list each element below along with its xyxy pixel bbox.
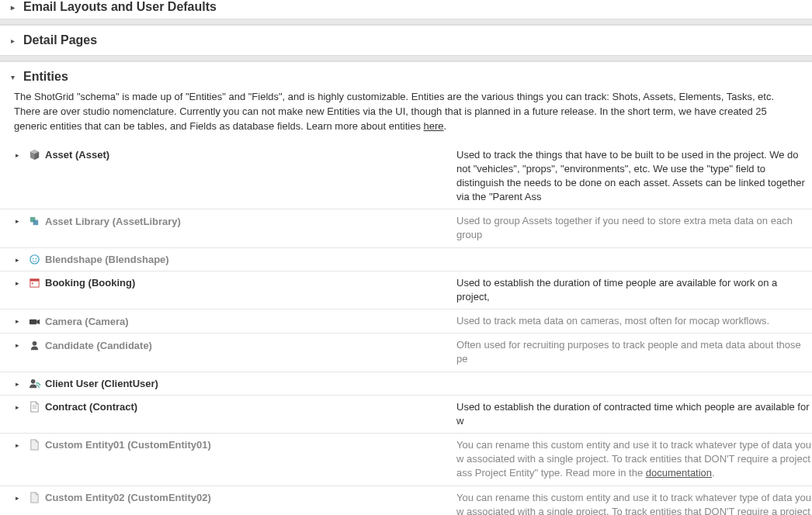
entity-name: Contract (Contract) xyxy=(45,401,137,413)
section-title: Email Layouts and User Defaults xyxy=(23,0,217,14)
entity-row-custom-entity-01[interactable]: ▸ Custom Entity01 (CustomEntity01) You c… xyxy=(0,434,812,486)
section-divider xyxy=(0,55,812,61)
svg-point-4 xyxy=(35,258,36,260)
entity-row-asset[interactable]: ▸ Asset (Asset) Used to track the things… xyxy=(0,143,812,210)
entity-name: Candidate (Candidate) xyxy=(45,340,152,351)
svg-point-9 xyxy=(32,341,36,346)
entity-row-blendshape[interactable]: ▸ Blendshape (Blendshape) xyxy=(0,248,812,271)
expand-icon: ▸ xyxy=(16,494,23,502)
entity-name: Asset (Asset) xyxy=(45,149,109,161)
document-gray-icon xyxy=(28,439,40,451)
entity-row-asset-library[interactable]: ▸ Asset Library (AssetLibrary) Used to g… xyxy=(0,209,812,247)
stack-icon xyxy=(28,215,40,227)
expand-icon: ▸ xyxy=(16,441,23,449)
entity-description: Often used for recruiting purposes to tr… xyxy=(456,338,812,366)
desc-text: You can rename this custom entity and us… xyxy=(456,439,811,479)
entity-description: Used to establish the duration of contra… xyxy=(456,400,812,428)
expand-icon: ▸ xyxy=(16,317,23,325)
person-icon xyxy=(28,339,40,351)
calendar-icon xyxy=(28,277,40,289)
entity-description: Used to track meta data on cameras, most… xyxy=(456,314,812,328)
learn-more-link[interactable]: here xyxy=(424,120,444,132)
face-icon xyxy=(28,254,40,266)
entity-name: Custom Entity01 (CustomEntity01) xyxy=(45,439,211,451)
entity-description: Used to group Assets together if you nee… xyxy=(456,214,812,242)
svg-point-3 xyxy=(32,258,33,260)
expand-icon: ▸ xyxy=(16,380,23,388)
svg-rect-1 xyxy=(33,219,38,225)
section-entities: ▾ Entities The ShotGrid "schema" is made… xyxy=(0,61,812,515)
section-divider xyxy=(0,19,812,25)
entity-description: Used to track the things that have to be… xyxy=(456,148,812,205)
entity-name: Blendshape (Blendshape) xyxy=(45,254,169,265)
entity-name: Asset Library (AssetLibrary) xyxy=(45,216,181,227)
section-header-email-layouts[interactable]: ▸ Email Layouts and User Defaults xyxy=(0,0,812,19)
section-title: Detail Pages xyxy=(23,33,97,47)
svg-point-10 xyxy=(30,379,35,384)
entity-name: Custom Entity02 (CustomEntity02) xyxy=(45,492,211,503)
svg-rect-7 xyxy=(31,283,33,285)
entity-row-booking[interactable]: ▸ Booking (Booking) Used to establish th… xyxy=(0,271,812,309)
expand-collapse-icon: ▸ xyxy=(11,36,19,45)
expand-icon: ▸ xyxy=(16,151,23,159)
section-header-detail-pages[interactable]: ▸ Detail Pages xyxy=(0,26,812,55)
document-icon xyxy=(28,401,40,413)
camera-icon xyxy=(28,315,40,327)
cube-icon xyxy=(28,149,40,161)
section-detail-pages: ▸ Detail Pages xyxy=(0,25,812,55)
section-header-entities[interactable]: ▾ Entities xyxy=(0,62,812,87)
expand-icon: ▸ xyxy=(16,403,23,411)
expand-icon: ▸ xyxy=(16,256,23,264)
entity-row-camera[interactable]: ▸ Camera (Camera) Used to track meta dat… xyxy=(0,309,812,334)
entity-description: You can rename this custom entity and us… xyxy=(456,438,812,481)
documentation-link[interactable]: documentation xyxy=(646,467,712,479)
entity-description: You can rename this custom entity and us… xyxy=(456,491,812,515)
entity-name: Client User (ClientUser) xyxy=(45,378,158,389)
expand-collapse-icon: ▾ xyxy=(11,73,19,81)
document-gray-icon xyxy=(28,492,40,504)
section-description: The ShotGrid "schema" is made up of "Ent… xyxy=(0,87,812,143)
entity-row-contract[interactable]: ▸ Contract (Contract) Used to establish … xyxy=(0,396,812,434)
entity-row-candidate[interactable]: ▸ Candidate (Candidate) Often used for r… xyxy=(0,334,812,372)
entity-description: Used to establish the duration of time p… xyxy=(456,276,812,304)
entity-list: ▸ Asset (Asset) Used to track the things… xyxy=(0,143,812,515)
expand-icon: ▸ xyxy=(16,341,23,349)
expand-collapse-icon: ▸ xyxy=(11,3,19,12)
svg-rect-8 xyxy=(29,319,36,324)
expand-icon: ▸ xyxy=(16,279,23,287)
entity-name: Camera (Camera) xyxy=(45,316,129,327)
entity-row-client-user[interactable]: ▸ Client User (ClientUser) xyxy=(0,372,812,396)
expand-icon: ▸ xyxy=(16,217,23,225)
description-text: The ShotGrid "schema" is made up of "Ent… xyxy=(14,91,774,132)
svg-rect-6 xyxy=(29,279,38,282)
entity-name: Booking (Booking) xyxy=(45,277,135,289)
svg-point-2 xyxy=(29,255,38,264)
entity-row-custom-entity-02[interactable]: ▸ Custom Entity02 (CustomEntity02) You c… xyxy=(0,486,812,515)
person-rss-icon xyxy=(28,378,40,390)
desc-text: You can rename this custom entity and us… xyxy=(456,492,811,515)
section-title: Entities xyxy=(23,70,68,84)
